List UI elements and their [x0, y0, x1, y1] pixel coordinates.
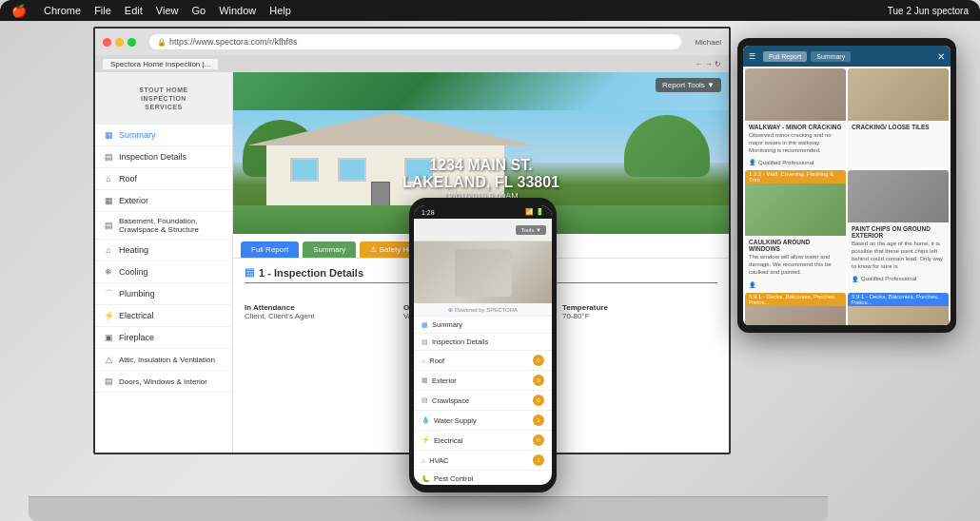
card4-image: [848, 170, 949, 222]
mac-menu-items: Chrome File Edit View Go Window Help: [44, 5, 291, 16]
inspection-details-icon: ▤: [103, 151, 114, 163]
sidebar-item-basement[interactable]: ▤ Basement, Foundation, Crawlspace & Str…: [95, 212, 232, 240]
phone-status-icons: 📶 🔋: [525, 208, 544, 216]
card2-title: CRACKING/ LOOSE TILES: [848, 121, 949, 131]
tablet-tab-summary[interactable]: Summary: [811, 51, 851, 62]
menu-help[interactable]: Help: [269, 5, 291, 16]
sidebar-item-heating[interactable]: ⌂ Heating: [95, 240, 232, 261]
close-button-icon[interactable]: [103, 38, 111, 47]
apple-logo-icon: 🍎: [11, 4, 27, 18]
phone-sidebar-item-exterior[interactable]: ▦ Exterior 0: [414, 371, 552, 391]
menu-go[interactable]: Go: [191, 5, 206, 16]
browser-controls: ← → ↻: [696, 60, 721, 68]
electrical-icon: ⚡: [103, 310, 114, 321]
sidebar-label-plumbing: Plumbing: [119, 289, 155, 299]
url-bar[interactable]: 🔒 https://www.spectora.com/r/kfhf8s: [149, 34, 681, 49]
phone-status-bar: 1:28 📶 🔋: [414, 205, 552, 219]
sidebar-label-roof: Roof: [119, 174, 137, 183]
tablet-card-walkway: WALKWAY - MINOR CRACKING Observed minor …: [745, 68, 846, 168]
attic-icon: △: [103, 354, 114, 365]
sidebar-item-cooling[interactable]: ❄ Cooling: [95, 261, 232, 283]
sidebar-item-roof[interactable]: ⌂ Roof: [95, 168, 232, 190]
card4-text: Based on the age of the home, it is poss…: [848, 240, 949, 273]
phone-sidebar-item-summary[interactable]: ▦ Summary: [414, 317, 552, 334]
sidebar-label-heating: Heating: [119, 245, 148, 255]
card1-text: Observed minor cracking and no major iss…: [745, 131, 846, 157]
menu-chrome[interactable]: Chrome: [44, 5, 81, 16]
hero-address: 1234 MAIN ST. LAKELAND, FL 33801 12/01/2…: [233, 157, 729, 201]
sidebar-item-exterior[interactable]: ▦ Exterior: [95, 190, 232, 212]
phone-sidebar-item-pest[interactable]: 🐛 Pest Control: [414, 471, 552, 485]
card5-image: [745, 306, 846, 325]
sidebar-label-basement: Basement, Foundation, Crawlspace & Struc…: [119, 217, 225, 234]
phone-app-header: Tools ▼: [414, 219, 552, 241]
attendance-value: Client, Client's Agent: [245, 312, 400, 320]
sidebar-label-electrical: Electrical: [119, 311, 154, 320]
url-text: https://www.spectora.com/r/kfhf8s: [169, 37, 298, 47]
cooling-icon: ❄: [103, 266, 114, 278]
sidebar-label-fireplace: Fireplace: [119, 333, 154, 342]
temperature-label: Temperature: [562, 303, 717, 312]
traffic-lights: [103, 38, 136, 47]
water-badge: 1: [533, 415, 544, 426]
tab-summary[interactable]: Summary: [303, 241, 356, 258]
report-tools-button[interactable]: Report Tools ▼: [656, 78, 721, 92]
phone-sidebar: ▦ Summary ▤ Inspection Details ⌂ Roof 0: [414, 317, 552, 485]
card3-image: [745, 183, 846, 236]
roof-badge: 0: [533, 355, 544, 366]
sidebar-item-attic[interactable]: △ Attic, Insulation & Ventilation: [95, 349, 232, 371]
phone-screen: 1:28 📶 🔋 Tools ▼ ⊕ Powered by SPECTORA ▦…: [414, 205, 552, 485]
address-line2: LAKELAND, FL 33801: [233, 174, 729, 191]
sidebar-item-electrical[interactable]: ⚡ Electrical: [95, 305, 232, 327]
phone-sidebar-item-electrical[interactable]: ⚡ Electrical 0: [414, 431, 552, 451]
sidebar-label-inspection: Inspection Details: [119, 152, 186, 162]
phone-time: 1:28: [421, 209, 435, 216]
card1-title: WALKWAY - MINOR CRACKING: [745, 121, 846, 131]
summary-icon: ▦: [103, 129, 114, 141]
card3-title: CAULKING AROUND WINDOWS: [745, 236, 846, 253]
maximize-button-icon[interactable]: [127, 38, 136, 47]
phone-sidebar-item-roof[interactable]: ⌂ Roof 0: [414, 351, 552, 371]
plumbing-icon: ⌒: [103, 288, 114, 299]
tab-full-report[interactable]: Full Report: [241, 241, 299, 258]
menu-edit[interactable]: Edit: [125, 5, 143, 16]
browser-tab[interactable]: Spectora Home Inspection |...: [103, 59, 218, 69]
mac-time: Tue 2 Jun spectora: [888, 6, 969, 16]
menu-window[interactable]: Window: [219, 5, 256, 16]
menu-view[interactable]: View: [156, 5, 179, 16]
card1-image: [745, 68, 846, 121]
card3-text: The window will allow water and damage. …: [745, 253, 846, 279]
sidebar-item-plumbing[interactable]: ⌒ Plumbing: [95, 283, 232, 305]
sidebar-item-doors[interactable]: ▤ Doors, Windows & Interior: [95, 371, 232, 393]
browser-chrome: 🔒 https://www.spectora.com/r/kfhf8s Mich…: [95, 29, 729, 55]
phone-sidebar-item-water[interactable]: 💧 Water Supply 1: [414, 411, 552, 431]
mac-menubar: 🍎 Chrome File Edit View Go Window Help T…: [0, 0, 980, 21]
info-col-temperature: Temperature 70-80°F: [562, 303, 717, 320]
company-logo: STOUT HOME INSPECTION SERVICES: [95, 72, 232, 125]
tablet-tab-full[interactable]: Full Report: [763, 51, 807, 62]
laptop-body: [29, 497, 828, 521]
sidebar-item-summary[interactable]: ▦ Summary: [95, 125, 232, 146]
phone-sidebar-item-hvac[interactable]: ⌂ HVAC 1: [414, 451, 552, 471]
phone-spectora-brand: ⊕ Powered by SPECTORA: [414, 303, 552, 317]
sidebar: STOUT HOME INSPECTION SERVICES ▦ Summary…: [95, 72, 233, 453]
heating-icon: ⌂: [103, 244, 114, 256]
phone-sidebar-item-crawlspace[interactable]: ▤ Crawlspace 0: [414, 391, 552, 411]
sidebar-label-attic: Attic, Insulation & Ventilation: [119, 356, 215, 364]
tablet-device: ☰ Full Report Summary ✕ WALKWAY - MINOR …: [737, 38, 956, 333]
sidebar-item-fireplace[interactable]: ▣ Fireplace: [95, 327, 232, 349]
phone-sidebar-item-inspection[interactable]: ▤ Inspection Details: [414, 334, 552, 351]
temperature-value: 70-80°F: [562, 312, 717, 320]
minimize-button-icon[interactable]: [115, 38, 124, 47]
mac-menu-left: 🍎 Chrome File Edit View Go Window Help: [11, 4, 291, 18]
menu-file[interactable]: File: [94, 5, 111, 16]
phone-tools-button[interactable]: Tools ▼: [516, 225, 546, 235]
card6-image: [848, 306, 949, 325]
doors-icon: ▤: [103, 376, 114, 387]
sidebar-item-inspection-details[interactable]: ▤ Inspection Details: [95, 146, 232, 168]
tablet-header: ☰ Full Report Summary ✕: [743, 46, 951, 67]
sidebar-label-cooling: Cooling: [119, 267, 148, 277]
crawlspace-badge: 0: [533, 395, 544, 406]
tablet-screen: ☰ Full Report Summary ✕ WALKWAY - MINOR …: [743, 46, 951, 325]
card2-image: [848, 68, 949, 121]
